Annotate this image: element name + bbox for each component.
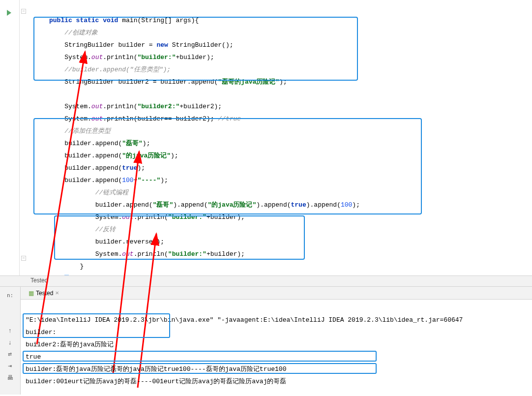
console-line: builder:磊哥的java历险记磊哥的java历险记true100----磊… (26, 366, 286, 373)
code-text: +builder2); (179, 103, 222, 110)
breadcrumb-item[interactable]: Tested (30, 277, 48, 284)
code-text: StringBuilder builder = (64, 41, 156, 49)
code-text: builder.append( (95, 201, 153, 209)
code-string: "----" (137, 177, 160, 184)
scroll-lock-icon[interactable]: ⇥ (6, 362, 15, 370)
console-line: true (26, 353, 41, 361)
code-text: System. (64, 54, 91, 61)
run-gutter (0, 0, 20, 275)
code-comment: //反转 (95, 226, 116, 233)
code-text: .println( (134, 213, 168, 221)
code-comment: //添加任意类型 (64, 127, 111, 135)
code-text: +builder); (207, 250, 245, 258)
console-line: builder:001eurt记险历avaj的哥磊----001eurt记险历a… (26, 378, 286, 385)
run-label: n: (6, 290, 14, 302)
code-text: builder.append( (64, 164, 122, 172)
code-field: out (91, 103, 103, 110)
code-string: "builder:" (168, 213, 207, 221)
code-text: ); (137, 164, 145, 172)
run-icon[interactable] (7, 10, 11, 16)
code-text: ).append( (256, 201, 291, 209)
code-keyword: true (122, 164, 137, 172)
code-text: builder.append( (64, 140, 122, 147)
tab-tested[interactable]: ▦ Tested ✕ (26, 289, 62, 298)
down-icon[interactable]: ↓ (6, 338, 15, 347)
tab-label: Tested (36, 290, 53, 297)
console-line: builder2:磊哥的java历险记 (26, 341, 114, 348)
code-text: ).append( (173, 201, 207, 209)
code-field: out (122, 213, 133, 221)
code-text: ); (352, 201, 360, 209)
code-text: ); (171, 152, 178, 159)
fold-minus-icon[interactable]: − (21, 256, 26, 261)
code-text: +builder); (207, 213, 245, 221)
code-keyword: new (156, 41, 168, 49)
code-string: "磊哥" (122, 140, 143, 147)
code-text: main(String[] args){ (118, 17, 199, 24)
code-keyword: true (291, 201, 306, 209)
code-brace: } (69, 275, 73, 275)
code-text: .println( (103, 103, 137, 110)
code-string: "builder:" (137, 54, 176, 61)
code-text: System. (95, 213, 122, 221)
code-text: builder.append( (64, 177, 122, 184)
code-text: System. (64, 115, 91, 122)
code-text: builder.append( (64, 152, 122, 159)
code-number: 100 (341, 201, 352, 209)
console-line: "E:\idea\IntelliJ IDEA 2019.2.3\jbr\bin\… (26, 316, 463, 324)
caret (64, 274, 69, 275)
code-text: builder.reverse(); (95, 238, 164, 245)
code-text: ); (279, 78, 287, 86)
code-string: "磊哥的java历险记" (218, 78, 279, 86)
code-text: StringBuilder(); (168, 41, 234, 49)
annotation-box (23, 351, 377, 362)
code-string: "的java历险记" (207, 201, 256, 209)
code-string: "builder2:" (137, 103, 179, 110)
code-string: "builder:" (168, 250, 207, 258)
code-text: System. (64, 103, 91, 110)
code-comment: //创建对象 (64, 29, 98, 36)
fold-gutter: − − (20, 0, 30, 275)
code-text: System. (95, 250, 122, 258)
code-text: ); (143, 140, 150, 147)
code-text: StringBuilder builder2 = builder.append( (64, 78, 218, 86)
code-text: .println( (103, 54, 137, 61)
close-icon[interactable]: ✕ (55, 290, 59, 296)
code-number: 100 (122, 177, 133, 184)
code-text: ); (160, 177, 168, 184)
code-text: +builder); (176, 54, 214, 61)
console-line: builder: (26, 329, 56, 336)
code-field: out (91, 54, 103, 61)
console-tabs: ▦ Tested ✕ (21, 287, 532, 300)
code-text: .println(builder== builder2); (103, 115, 218, 122)
code-field: out (122, 250, 133, 258)
console-main: ▦ Tested ✕ "E:\idea\IntelliJ IDEA 2019.2… (21, 287, 532, 395)
code-text: .println( (134, 250, 168, 258)
editor-pane: − − public static void main(String[] arg… (0, 0, 532, 275)
code-text: ).append( (306, 201, 341, 209)
code-comment: //builder.append("任意类型"); (64, 66, 171, 73)
code-string: "的java历险记" (122, 152, 171, 159)
console-toolbar: n: ↑ ↓ ⇄ ⇥ 🖶 (0, 287, 21, 395)
code-brace: } (80, 263, 84, 270)
console-output[interactable]: "E:\idea\IntelliJ IDEA 2019.2.3\jbr\bin\… (21, 300, 532, 395)
breadcrumb: Tested (0, 275, 532, 286)
run-tool-window: n: ↑ ↓ ⇄ ⇥ 🖶 ▦ Tested ✕ "E:\idea\Intelli… (0, 286, 532, 395)
code-editor[interactable]: public static void main(String[] args){ … (30, 0, 532, 275)
code-comment: //链式编程 (95, 189, 129, 196)
fold-minus-icon[interactable]: − (21, 9, 26, 14)
up-icon[interactable]: ↑ (6, 326, 15, 335)
code-comment: //true (218, 115, 241, 122)
code-string: "磊哥" (153, 201, 174, 209)
code-field: out (91, 115, 103, 122)
wrap-icon[interactable]: ⇄ (6, 350, 15, 359)
code-keyword: public static void (49, 17, 118, 24)
print-icon[interactable]: 🖶 (6, 373, 15, 382)
